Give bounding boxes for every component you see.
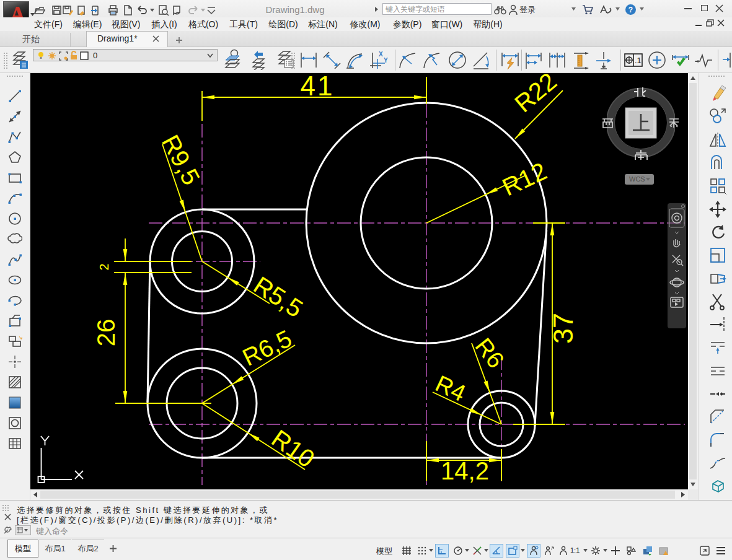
svg-text:R6,5: R6,5 (238, 325, 296, 371)
svg-text:41: 41 (301, 73, 335, 101)
svg-text:R22: R22 (509, 73, 562, 117)
svg-text:37: 37 (547, 313, 579, 344)
svg-text:X: X (379, 51, 383, 58)
svg-text:R4: R4 (431, 370, 470, 407)
svg-text:Y: Y (384, 57, 388, 64)
svg-text:14,2: 14,2 (441, 457, 489, 484)
svg-text:.1: .1 (635, 56, 642, 65)
svg-text:2: 2 (97, 263, 111, 270)
svg-text:?: ? (628, 6, 633, 14)
svg-text:R9,5: R9,5 (157, 130, 206, 189)
svg-text:R5,5: R5,5 (249, 271, 308, 323)
svg-text:R6: R6 (470, 333, 509, 373)
svg-text:26: 26 (92, 319, 120, 347)
svg-text:R10: R10 (267, 424, 319, 473)
